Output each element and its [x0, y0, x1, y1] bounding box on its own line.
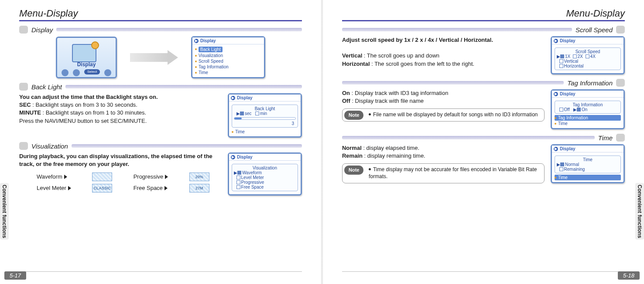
page-title-left: Menu-Display — [19, 8, 302, 21]
display-icon — [72, 44, 96, 62]
panel-item: Level Meter — [241, 175, 264, 180]
section-cap — [616, 79, 625, 87]
checkbox-icon — [236, 180, 240, 184]
note-text-tag: File name will be displayed by default f… — [373, 112, 538, 118]
triangle-icon — [64, 175, 67, 179]
opt-min: min — [260, 111, 267, 116]
device-preview-main-menu: Display Select — [56, 37, 117, 78]
display-header-icon: ▶ — [231, 155, 235, 159]
free-swatch: 27M — [189, 184, 209, 193]
opt-sec: sec — [245, 111, 252, 116]
backlight-lead: You can adjust the time that the Backlig… — [19, 94, 158, 100]
waveform-swatch — [92, 172, 112, 181]
device-preview-time: ▶Display Time ▶Normal Remaining Time — [551, 144, 625, 183]
display-header-icon: ▶ — [554, 92, 558, 96]
checkbox-icon — [560, 54, 564, 58]
section-cap — [616, 134, 625, 142]
section-rule — [342, 81, 564, 85]
time-normal-label: Normal — [342, 145, 362, 151]
section-heading-time: Time — [598, 134, 613, 142]
vis-label-free: Free Space — [134, 184, 163, 192]
section-tag-info: Tag Information On : Display track with … — [342, 79, 625, 129]
triangle-icon — [68, 186, 71, 190]
backlight-navi-text: Press the NAVI/MENU button to set SEC/MI… — [19, 118, 147, 124]
menu-item: Time — [232, 129, 298, 135]
time-normal-text: : display elapsed time. — [362, 145, 419, 151]
section-rule — [342, 28, 572, 31]
panel-item: Waveform — [242, 170, 262, 175]
checkbox-icon — [236, 185, 240, 189]
menu-item: Time — [555, 121, 621, 126]
time-description: Normal : display elapsed time. Remain : … — [342, 144, 545, 183]
checkbox-icon — [586, 54, 589, 58]
display-header-icon: ▶ — [554, 147, 558, 151]
section-rule — [65, 85, 302, 88]
panel-title: Time — [557, 157, 619, 162]
section-heading-scroll: Scroll Speed — [575, 26, 613, 34]
bullet-icon — [369, 168, 371, 170]
device-header-label: Display — [237, 155, 253, 159]
backlight-min-text: : Backlight stays on from 1 to 30 minute… — [41, 109, 146, 116]
backlight-min-label: MINUTE — [19, 109, 41, 116]
scroll-horz-text: : The scroll goes from the left to the r… — [370, 61, 475, 67]
visualization-description: During playback, you can display visuali… — [19, 152, 222, 193]
page-number-left: 5-17 — [4, 271, 26, 280]
opt-off: Off — [564, 107, 570, 112]
footer-rule — [342, 271, 625, 272]
panel-title: Tag Information — [557, 102, 619, 107]
checkbox-icon — [559, 59, 563, 63]
backlight-description: You can adjust the time that the Backlig… — [19, 93, 222, 125]
progressive-swatch: 20% — [189, 172, 209, 181]
menu-item-selected: Tag Information — [555, 115, 621, 121]
menu-item: Visualization — [195, 53, 261, 58]
tag-on-label: On — [342, 90, 350, 96]
level-swatch: CLASSIC — [92, 184, 112, 193]
page-spread: Convenient functions Menu-Display Displa… — [0, 0, 644, 284]
scroll-horz-label: Horizontal — [342, 61, 370, 67]
device-header-label: Display — [560, 91, 575, 96]
display-header-icon: ▶ — [554, 39, 558, 43]
checkbox-icon — [236, 176, 240, 179]
device-preview-scroll: ▶Display Scroll Speed ▶1X 2X 4X Vertical… — [551, 36, 625, 74]
tag-on-text: : Display track with ID3 tag information — [350, 90, 448, 96]
panel-title: Visualization — [234, 166, 296, 170]
slider — [234, 117, 296, 120]
opt-horizontal: Horizontal — [564, 64, 584, 68]
checkbox-icon — [237, 171, 241, 175]
section-scroll-speed: Scroll Speed Adjust scroll speed by 1x /… — [342, 26, 625, 74]
backlight-sec-label: SEC — [19, 101, 31, 108]
vis-label-level: Level Meter — [37, 184, 66, 192]
note-label: Note — [344, 166, 363, 174]
section-cap — [19, 26, 28, 34]
panel-item: Progressive — [241, 180, 264, 185]
section-cap — [19, 142, 28, 150]
opt-1x: 1X — [565, 54, 570, 59]
section-heading-backlight: Back Light — [31, 83, 62, 91]
scroll-vert-text: : The scroll goes up and down — [362, 52, 439, 59]
section-rule — [56, 28, 302, 31]
backlight-sec-text: : Backlight stays on from 3 to 30 second… — [31, 101, 137, 108]
vis-label-progressive: Progressive — [134, 173, 164, 181]
page-right: Convenient functions Menu-Display Scroll… — [323, 0, 644, 284]
opt-normal: Normal — [565, 162, 579, 167]
panel-title: Scroll Speed — [557, 49, 619, 54]
display-header-icon: ▶ — [231, 96, 235, 100]
device-nav-icon — [104, 69, 111, 76]
section-visualization: Visualization During playback, you can d… — [19, 142, 302, 196]
device-select-button: Select — [84, 69, 100, 74]
section-backlight: Back Light You can adjust the time that … — [19, 83, 302, 138]
scroll-description: Adjust scroll speed by 1x / 2 x / 4x / V… — [342, 36, 545, 68]
menu-item: Time — [195, 70, 261, 75]
vis-label-waveform: Waveform — [37, 173, 62, 181]
checkbox-icon — [577, 108, 581, 112]
menu-item: Scroll Speed — [195, 58, 261, 64]
checkbox-icon — [255, 112, 259, 115]
checkbox-icon — [559, 108, 563, 112]
checkbox-icon — [573, 54, 577, 58]
device-header-label: Display — [237, 95, 253, 100]
section-heading-visualization: Visualization — [31, 142, 68, 150]
panel-title: Back Light — [234, 106, 296, 111]
bullet-icon — [369, 113, 371, 115]
section-rule — [342, 136, 595, 139]
note-label: Note — [344, 111, 363, 119]
